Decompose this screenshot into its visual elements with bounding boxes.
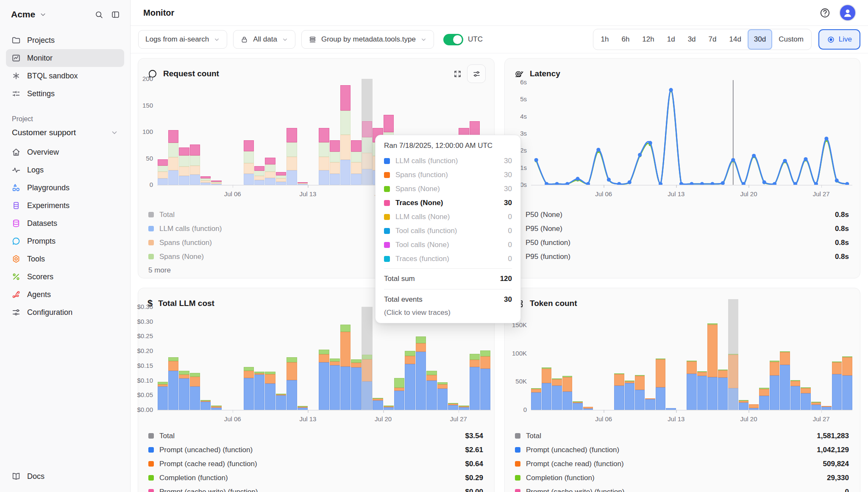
project-switcher[interactable]: Customer support <box>0 125 130 142</box>
bar[interactable] <box>200 400 211 410</box>
range-12h[interactable]: 12h <box>636 31 660 48</box>
bar[interactable] <box>832 361 842 410</box>
bar[interactable] <box>373 398 383 410</box>
bar[interactable] <box>298 406 308 410</box>
bar[interactable] <box>728 354 738 410</box>
filter-group-by-metadata-tools-type[interactable]: Group by metadata.tools.type <box>301 30 434 49</box>
legend-item-p95-function[interactable]: P95 (function)0.8s <box>515 250 849 264</box>
bar[interactable] <box>625 381 634 410</box>
expand-icon[interactable] <box>453 69 462 78</box>
bar[interactable] <box>244 367 254 410</box>
bar[interactable] <box>635 375 645 410</box>
chart-tooltip[interactable]: Ran 7/18/2025, 12:00:00 AM UTC LLM calls… <box>375 135 521 323</box>
bar[interactable] <box>362 355 372 410</box>
bar[interactable] <box>330 140 340 185</box>
legend-item-prompt-uncached-function[interactable]: Prompt (uncached) (function)$2.61 <box>148 443 483 457</box>
bar[interactable] <box>254 372 264 410</box>
sidebar-item-docs[interactable]: Docs <box>6 467 124 485</box>
sidebar-item-agents[interactable]: Agents <box>6 286 124 303</box>
bar[interactable] <box>244 140 254 185</box>
sidebar-item-overview[interactable]: Overview <box>6 143 124 161</box>
bar[interactable] <box>448 403 458 410</box>
bar[interactable] <box>562 376 572 410</box>
bar[interactable] <box>552 378 562 410</box>
bar[interactable] <box>168 130 178 185</box>
bar[interactable] <box>749 404 759 410</box>
legend-item-total[interactable]: Total1,581,283 <box>515 429 849 443</box>
bar[interactable] <box>340 325 351 410</box>
chevron-down-icon[interactable] <box>39 11 47 18</box>
bar[interactable] <box>470 354 480 410</box>
legend-item-p50-none[interactable]: P50 (None)0.8s <box>515 208 849 222</box>
bar[interactable] <box>276 394 286 410</box>
sidebar-item-projects[interactable]: Projects <box>6 31 124 49</box>
collapse-sidebar-icon[interactable] <box>111 10 120 19</box>
bar[interactable] <box>426 371 437 410</box>
bar[interactable] <box>656 359 665 410</box>
range-30d[interactable]: 30d <box>748 29 772 50</box>
bar[interactable] <box>168 357 178 410</box>
bar[interactable] <box>190 145 200 185</box>
bar[interactable] <box>480 350 490 410</box>
bar[interactable] <box>384 406 394 410</box>
bar[interactable] <box>351 140 361 185</box>
live-button[interactable]: Live <box>818 29 860 50</box>
bar[interactable] <box>179 147 189 185</box>
legend-item-prompt-uncached-function[interactable]: Prompt (uncached) (function)1,042,129 <box>515 443 849 457</box>
bar[interactable] <box>276 172 286 185</box>
legend-item-p50-function[interactable]: P50 (function)0.8s <box>515 236 849 250</box>
legend-item-prompt-cache-read-function[interactable]: Prompt (cache read) (function)$0.64 <box>148 457 483 471</box>
bar[interactable] <box>459 406 469 410</box>
sidebar-item-experiments[interactable]: Experiments <box>6 197 124 214</box>
bar[interactable] <box>298 182 308 185</box>
bar[interactable] <box>340 85 351 185</box>
org-name[interactable]: Acme <box>11 9 35 19</box>
search-icon[interactable] <box>95 10 103 19</box>
range-14d[interactable]: 14d <box>723 31 747 48</box>
bar[interactable] <box>287 128 297 185</box>
bar[interactable] <box>739 400 748 410</box>
bar[interactable] <box>542 367 551 410</box>
legend-item-total[interactable]: Total$3.54 <box>148 429 483 443</box>
sidebar-item-configuration[interactable]: Configuration <box>6 303 124 321</box>
bar[interactable] <box>801 387 810 410</box>
legend-item-prompt-cache-write-function[interactable]: Prompt (cache write) (function)$0.00 <box>148 485 483 492</box>
bar[interactable] <box>770 361 779 410</box>
bar[interactable] <box>158 159 168 185</box>
bar[interactable] <box>254 166 264 185</box>
bar[interactable] <box>265 372 275 410</box>
toggle-switch[interactable] <box>443 34 463 45</box>
bar[interactable] <box>158 382 168 410</box>
sidebar-item-scorers[interactable]: Scorers <box>6 268 124 286</box>
bar[interactable] <box>330 359 340 410</box>
range-1d[interactable]: 1d <box>661 31 682 48</box>
filter-logs-from-ai-search[interactable]: Logs from ai-search <box>138 30 227 49</box>
range-3d[interactable]: 3d <box>682 31 702 48</box>
latency-plot[interactable] <box>531 79 852 185</box>
utc-toggle[interactable]: UTC <box>443 34 483 45</box>
bar[interactable] <box>583 407 593 410</box>
legend-item-p95-none[interactable]: P95 (None)0.8s <box>515 222 849 236</box>
filter-all-data[interactable]: All data <box>233 30 295 49</box>
range-6h[interactable]: 6h <box>615 31 636 48</box>
bar[interactable] <box>666 408 676 410</box>
bar[interactable] <box>780 351 790 410</box>
bar[interactable] <box>718 370 728 410</box>
bar[interactable] <box>573 401 582 410</box>
sidebar-item-btql-sandbox[interactable]: BTQL sandbox <box>6 67 124 85</box>
sidebar-item-logs[interactable]: Logs <box>6 161 124 179</box>
bar[interactable] <box>287 357 297 410</box>
range-7d[interactable]: 7d <box>702 31 723 48</box>
sidebar-item-datasets[interactable]: Datasets <box>6 214 124 232</box>
bar[interactable] <box>531 388 541 410</box>
bar[interactable] <box>211 181 221 185</box>
bar[interactable] <box>351 359 361 410</box>
bar[interactable] <box>811 402 821 410</box>
sidebar-item-settings[interactable]: Settings <box>6 85 124 103</box>
bar[interactable] <box>179 371 189 410</box>
bar[interactable] <box>790 380 800 410</box>
bar[interactable] <box>394 378 404 410</box>
bar[interactable] <box>319 128 329 185</box>
bar[interactable] <box>687 361 696 410</box>
legend-item-prompt-cache-write-function[interactable]: Prompt (cache write) (function)0 <box>515 485 849 492</box>
